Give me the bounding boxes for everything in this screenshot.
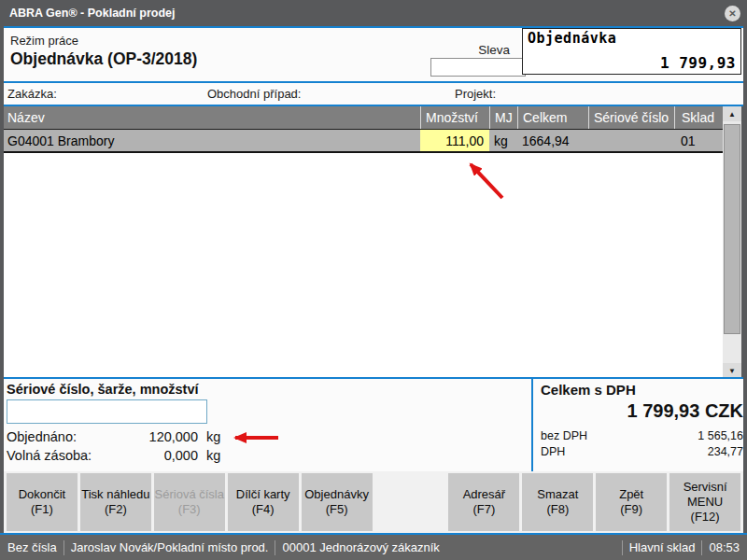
free-stock-unit: kg bbox=[206, 448, 220, 463]
order-context-label: Zakázka: bbox=[7, 83, 57, 105]
ordered-label: Objednáno: bbox=[7, 429, 77, 444]
ordered-value: 120,000 bbox=[114, 429, 198, 444]
totals-panel: Celkem s DPH 1 799,93 CZK bez DPH 1 565,… bbox=[531, 379, 747, 471]
vat-label: DPH bbox=[541, 444, 565, 460]
mode-value: Objednávka (OP-3/2018) bbox=[10, 49, 197, 69]
status-number-mode: Bez čísla bbox=[7, 540, 57, 554]
free-stock-label: Volná zásoba: bbox=[7, 448, 92, 463]
item-quantity-cell[interactable]: 111,00 bbox=[420, 130, 489, 151]
column-header-mj: MJ bbox=[489, 106, 517, 129]
order-box-title: Objednávka bbox=[528, 30, 616, 47]
close-icon[interactable]: ✕ bbox=[725, 6, 740, 21]
button-tisk-nahledu[interactable]: Tisk náhledu(F2) bbox=[80, 473, 151, 531]
column-header-sklad: Sklad bbox=[674, 106, 723, 129]
net-label: bez DPH bbox=[541, 428, 587, 444]
totals-amount: 1 799,93 CZK bbox=[541, 400, 747, 422]
net-amount-row: bez DPH 1 565,16 bbox=[541, 428, 747, 444]
status-time: 08:53 bbox=[709, 540, 740, 554]
order-total-box: Objednávka 1 799,93 bbox=[522, 28, 741, 75]
button-zpet[interactable]: Zpět(F9) bbox=[596, 473, 667, 531]
button-smazat[interactable]: Smazat(F8) bbox=[522, 473, 593, 531]
vat-amount-row: DPH 234,77 bbox=[541, 444, 747, 460]
item-serial-cell bbox=[588, 130, 674, 151]
scroll-up-icon[interactable]: ▲ bbox=[723, 106, 741, 121]
items-table-header: Název Množství MJ Celkem Sériové číslo S… bbox=[4, 106, 723, 130]
status-separator bbox=[63, 540, 64, 555]
totals-title: Celkem s DPH bbox=[541, 382, 747, 398]
column-header-nazev: Název bbox=[4, 106, 420, 129]
statusbar: Bez čísla Jaroslav Novák/Pokladní místo … bbox=[0, 535, 747, 560]
detail-section: Sériové číslo, šarže, množství Objednáno… bbox=[4, 379, 743, 471]
status-separator bbox=[275, 540, 275, 555]
item-total-cell: 1664,94 bbox=[517, 130, 588, 151]
button-dilci-karty[interactable]: Dílčí karty(F4) bbox=[228, 473, 299, 531]
serial-entry-label: Sériové číslo, šarže, množství bbox=[7, 382, 199, 397]
status-warehouse: Hlavní sklad bbox=[629, 540, 696, 554]
status-separator bbox=[622, 540, 623, 555]
business-case-label: Obchodní případ: bbox=[207, 83, 301, 105]
button-slot-empty bbox=[375, 473, 446, 531]
button-objednavky[interactable]: Objednávky(F5) bbox=[302, 473, 373, 531]
column-header-celkem: Celkem bbox=[517, 106, 588, 129]
net-value: 1 565,16 bbox=[698, 428, 743, 444]
vat-value: 234,77 bbox=[708, 444, 743, 460]
mode-section: Režim práce Objednávka (OP-3/2018) Sleva… bbox=[4, 28, 743, 81]
free-stock-value: 0,000 bbox=[114, 448, 198, 463]
item-warehouse-cell: 01 bbox=[674, 130, 723, 151]
item-unit-cell: kg bbox=[489, 130, 517, 151]
free-stock-row: Volná zásoba: 0,000 kg bbox=[7, 448, 249, 467]
project-label: Projekt: bbox=[455, 83, 496, 105]
scrollbar-thumb[interactable] bbox=[724, 124, 740, 334]
ordered-row: Objednáno: 120,000 kg bbox=[7, 429, 249, 448]
order-box-amount: 1 799,93 bbox=[660, 54, 736, 72]
status-customer: 00001 Jednorázový zákazník bbox=[282, 540, 439, 554]
button-servisni-menu[interactable]: Servisní MENU(F12) bbox=[669, 473, 740, 531]
context-row: Zakázka: Obchodní případ: Projekt: bbox=[4, 83, 743, 105]
table-row[interactable]: G04001 Brambory 111,00 kg 1664,94 01 bbox=[4, 130, 723, 153]
table-body bbox=[4, 153, 723, 377]
button-adresar[interactable]: Adresář(F7) bbox=[448, 473, 519, 531]
column-header-seriove-cislo: Sériové číslo bbox=[588, 106, 674, 129]
pos-window: ABRA Gen® - Pokladní prodej ✕ Režim prác… bbox=[0, 0, 747, 560]
ordered-unit: kg bbox=[206, 429, 220, 444]
function-button-bar: Dokončit(F1) Tisk náhledu(F2) Sériová čí… bbox=[4, 471, 743, 533]
vertical-scrollbar[interactable]: ▲ ▼ bbox=[723, 106, 741, 378]
titlebar: ABRA Gen® - Pokladní prodej ✕ bbox=[0, 0, 747, 26]
window-title: ABRA Gen® - Pokladní prodej bbox=[0, 7, 176, 20]
discount-label: Sleva bbox=[424, 43, 510, 57]
button-dokoncit[interactable]: Dokončit(F1) bbox=[7, 473, 78, 531]
button-seriova-cisla: Sériová čísla(F3) bbox=[154, 473, 225, 531]
status-separator bbox=[701, 540, 702, 555]
column-header-mnozstvi: Množství bbox=[420, 106, 489, 129]
serial-entry-input[interactable] bbox=[7, 399, 207, 424]
discount-input[interactable] bbox=[430, 58, 526, 77]
scroll-down-icon[interactable]: ▼ bbox=[723, 363, 741, 378]
mode-label: Režim práce bbox=[10, 34, 78, 48]
item-name-cell: G04001 Brambory bbox=[4, 130, 420, 151]
status-cashier: Jaroslav Novák/Pokladní místo prod. bbox=[71, 540, 269, 554]
